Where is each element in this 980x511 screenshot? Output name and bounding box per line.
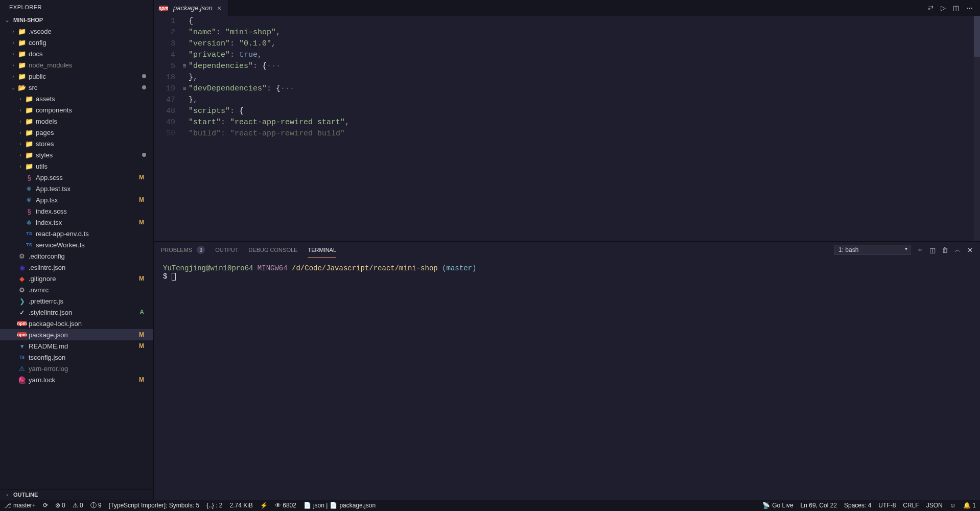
compare-icon[interactable]: ⇄ bbox=[928, 4, 934, 12]
minimap-thumb[interactable] bbox=[974, 16, 980, 57]
tree-folder[interactable]: ›📁config bbox=[0, 37, 153, 48]
code-line[interactable]: 47 }, bbox=[154, 95, 980, 106]
warnings-count[interactable]: ⚠ 0 bbox=[73, 502, 83, 509]
tree-folder[interactable]: ›📁assets bbox=[0, 93, 153, 104]
tree-file[interactable]: npmpackage-lock.json bbox=[0, 318, 153, 329]
tree-folder[interactable]: ⌄📂src bbox=[0, 82, 153, 93]
code-line[interactable]: 3 "version": "0.1.0", bbox=[154, 38, 980, 50]
tree-file[interactable]: ⚠yarn-error.log bbox=[0, 363, 153, 374]
tree-file[interactable]: ✓.stylelintrc.jsonA bbox=[0, 307, 153, 318]
tree-file[interactable]: §App.scssM bbox=[0, 172, 153, 183]
cursor-position[interactable]: Ln 69, Col 22 bbox=[801, 502, 837, 509]
file-type-icon: 📁 bbox=[25, 95, 34, 103]
maximize-panel-icon[interactable]: ︿ bbox=[954, 245, 961, 254]
tree-file[interactable]: ⚛index.tsxM bbox=[0, 217, 153, 228]
code-content: "version": "0.1.0", bbox=[189, 38, 980, 50]
tree-folder[interactable]: ›📁styles bbox=[0, 149, 153, 160]
indent-status[interactable]: Spaces: 4 bbox=[844, 502, 871, 509]
terminal-select[interactable]: 1: bash bbox=[834, 245, 911, 255]
tree-item-label: react-app-env.d.ts bbox=[36, 230, 146, 238]
tree-folder[interactable]: ›📁docs bbox=[0, 48, 153, 59]
tree-folder[interactable]: ›📁utils bbox=[0, 160, 153, 172]
notifications-icon[interactable]: 🔔 1 bbox=[963, 502, 976, 509]
tree-file[interactable]: ⚛App.tsxM bbox=[0, 194, 153, 205]
chevron-icon: › bbox=[16, 119, 25, 124]
code-line[interactable]: 2 "name": "mini-shop", bbox=[154, 27, 980, 38]
fold-icon bbox=[180, 38, 189, 50]
tree-file[interactable]: §index.scss bbox=[0, 205, 153, 217]
panel-tab-debug[interactable]: DEBUG CONSOLE bbox=[248, 243, 297, 257]
minimap[interactable] bbox=[974, 16, 980, 241]
code-line[interactable]: 50 "build": "react-app-rewired build" bbox=[154, 128, 980, 140]
code-editor[interactable]: 1{2 "name": "mini-shop",3 "version": "0.… bbox=[154, 16, 980, 241]
git-status-badge: M bbox=[139, 196, 146, 203]
tree-file[interactable]: TSreact-app-env.d.ts bbox=[0, 228, 153, 239]
tree-folder[interactable]: ›📁.vscode bbox=[0, 26, 153, 37]
eol-status[interactable]: CRLF bbox=[903, 502, 919, 509]
info-count[interactable]: ⓘ 9 bbox=[90, 501, 102, 510]
bracket-status[interactable]: {..} : 2 bbox=[206, 502, 222, 509]
sidebar-title: EXPLORER bbox=[0, 0, 153, 14]
tree-file[interactable]: ❯.prettierrc.js bbox=[0, 295, 153, 307]
tree-file[interactable]: ◆.gitignoreM bbox=[0, 273, 153, 284]
tree-file[interactable]: ▾README.mdM bbox=[0, 340, 153, 352]
tree-file[interactable]: ⚙.editorconfig bbox=[0, 250, 153, 262]
tab-package-json[interactable]: npm package.json × bbox=[154, 0, 228, 16]
tree-file[interactable]: Tstsconfig.json bbox=[0, 352, 153, 363]
tree-item-label: package.json bbox=[29, 331, 139, 339]
encoding-status[interactable]: UTF-8 bbox=[878, 502, 896, 509]
language-status[interactable]: JSON bbox=[926, 502, 943, 509]
tree-item-label: README.md bbox=[29, 342, 139, 350]
outline-header[interactable]: › OUTLINE bbox=[0, 489, 153, 500]
bolt-icon[interactable]: ⚡ bbox=[260, 502, 268, 509]
code-line[interactable]: 18 }, bbox=[154, 72, 980, 83]
tree-folder[interactable]: ›📁public bbox=[0, 71, 153, 82]
split-terminal-icon[interactable]: ◫ bbox=[929, 246, 936, 254]
split-editor-icon[interactable]: ◫ bbox=[953, 4, 959, 12]
new-terminal-icon[interactable]: ＋ bbox=[917, 245, 923, 254]
cursor-icon bbox=[172, 273, 176, 281]
tree-folder[interactable]: ›📁stores bbox=[0, 138, 153, 149]
tree-file[interactable]: npmpackage.jsonM bbox=[0, 329, 153, 340]
tree-item-label: utils bbox=[36, 162, 146, 170]
panel-tab-output[interactable]: OUTPUT bbox=[215, 243, 238, 257]
git-status-badge: M bbox=[139, 376, 146, 383]
fold-icon[interactable]: ⊞ bbox=[180, 61, 189, 72]
code-line[interactable]: 19⊞ "devDependencies": {··· bbox=[154, 83, 980, 95]
tree-file[interactable]: ◉.eslintrc.json bbox=[0, 262, 153, 273]
tree-file[interactable]: ⚙.nvmrc bbox=[0, 284, 153, 295]
code-line[interactable]: 1{ bbox=[154, 16, 980, 27]
chevron-down-icon: ⌄ bbox=[3, 17, 11, 23]
fold-icon[interactable]: ⊞ bbox=[180, 83, 189, 95]
terminal[interactable]: YuTengjing@win10pro64 MINGW64 /d/Code/Ja… bbox=[154, 258, 980, 500]
kill-terminal-icon[interactable]: 🗑 bbox=[942, 246, 948, 254]
close-icon[interactable]: × bbox=[216, 4, 223, 12]
go-live-button[interactable]: 📡 Go Live bbox=[762, 502, 793, 509]
tree-folder[interactable]: ›📁models bbox=[0, 115, 153, 127]
tree-folder[interactable]: ›📁pages bbox=[0, 127, 153, 138]
more-icon[interactable]: ⋯ bbox=[966, 4, 973, 12]
code-line[interactable]: 48 "scripts": { bbox=[154, 106, 980, 117]
ts-importer-status[interactable]: [TypeScript Importer]: Symbols: 5 bbox=[109, 502, 199, 509]
panel-tab-terminal[interactable]: TERMINAL bbox=[308, 243, 336, 257]
file-info[interactable]: 📄 json | 📄 package.json bbox=[304, 502, 376, 509]
git-status-badge: M bbox=[139, 275, 146, 282]
tree-file[interactable]: 🧶yarn.lockM bbox=[0, 374, 153, 385]
sync-button[interactable]: ⟳ bbox=[43, 502, 48, 509]
code-line[interactable]: 5⊞ "dependencies": {··· bbox=[154, 61, 980, 72]
code-line[interactable]: 49 "start": "react-app-rewired start", bbox=[154, 117, 980, 128]
tree-folder[interactable]: ›📁node_modules bbox=[0, 59, 153, 71]
git-branch[interactable]: ⎇ master+ bbox=[4, 502, 36, 509]
panel-tab-problems[interactable]: PROBLEMS 9 bbox=[161, 242, 205, 258]
tree-folder[interactable]: ›📁components bbox=[0, 104, 153, 115]
tree-file[interactable]: TSserviceWorker.ts bbox=[0, 239, 153, 250]
tree-item-label: App.scss bbox=[36, 174, 139, 181]
line-number: 1 bbox=[154, 16, 180, 27]
run-icon[interactable]: ▷ bbox=[941, 4, 946, 12]
feedback-icon[interactable]: ☺ bbox=[950, 502, 956, 509]
errors-count[interactable]: ⊗ 0 bbox=[55, 502, 65, 509]
tree-file[interactable]: ⚛App.test.tsx bbox=[0, 183, 153, 194]
code-line[interactable]: 4 "private": true, bbox=[154, 50, 980, 61]
close-panel-icon[interactable]: ✕ bbox=[967, 246, 973, 254]
project-header[interactable]: ⌄ MINI-SHOP bbox=[0, 14, 153, 26]
